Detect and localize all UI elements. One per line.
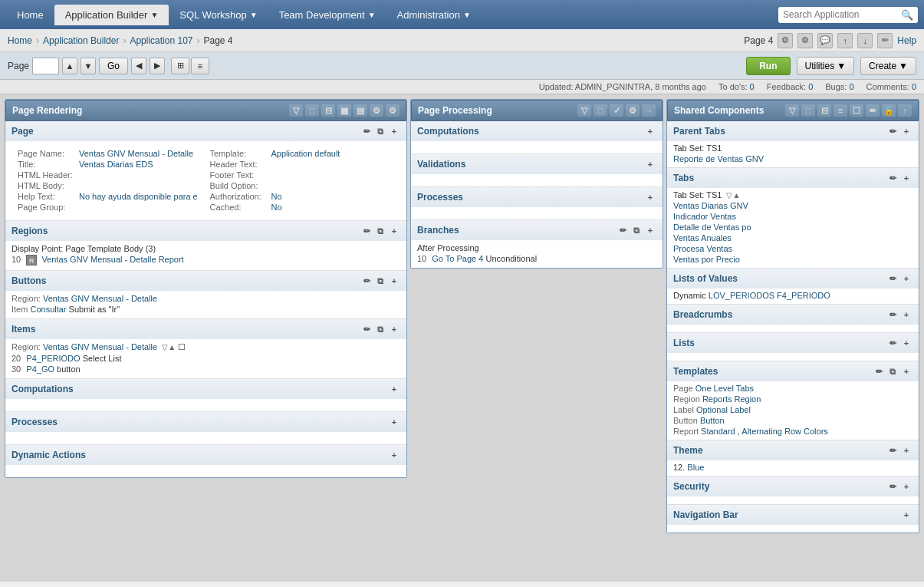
toolbar-icon-3[interactable]: 💬 [817,33,833,48]
breadcrumb-app107[interactable]: Application 107 [130,35,192,46]
search-input[interactable] [783,9,898,20]
t-button-link[interactable]: Button [700,416,725,425]
page-add-icon[interactable]: + [388,125,400,137]
templates-copy-icon[interactable]: ⧉ [886,365,899,378]
go-button[interactable]: Go [99,58,128,74]
security-edit-icon[interactable]: ✏ [886,480,899,493]
toolbar-icon-5[interactable]: ↓ [857,33,873,48]
nav-sqlworkshop[interactable]: SQL Workshop ▼ [169,5,268,25]
branches-edit-icon[interactable]: ✏ [617,224,629,236]
buttons-copy-icon[interactable]: ⧉ [374,275,386,287]
title-link[interactable]: Ventas Diarias EDS [79,160,153,169]
lists-add-icon[interactable]: + [900,337,912,349]
rendering-icon-3[interactable]: ⊟ [321,104,335,117]
next-page-arrow[interactable]: ▶ [150,58,165,74]
toolbar-icon-6[interactable]: ✏ [877,33,893,48]
branches-add-icon[interactable]: + [644,224,656,236]
page-copy-icon[interactable]: ⧉ [374,125,386,137]
items-copy-icon[interactable]: ⧉ [374,323,386,335]
processes-mid-add-icon[interactable]: + [644,191,656,203]
help-link[interactable]: Help [897,35,916,46]
buttons-edit-icon[interactable]: ✏ [360,275,373,287]
parent-tabs-add-icon[interactable]: + [900,125,912,137]
computations-mid-add-icon[interactable]: + [644,125,656,137]
sc-icon-1[interactable]: ▽ [785,104,799,117]
processing-icon-2[interactable]: □ [594,104,607,117]
items-add-icon[interactable]: + [388,323,400,335]
rendering-icon-7[interactable]: ⚙ [386,104,400,117]
consultar-link[interactable]: Consultar [30,305,66,314]
tab-link2[interactable]: Indicador Ventas [673,212,736,221]
t-label-link[interactable]: Optional Label [696,405,751,414]
lov-add-icon[interactable]: + [900,272,912,285]
breadcrumb-home[interactable]: Home [8,35,32,46]
item1-link[interactable]: P4_PERIODO [26,354,80,363]
t-region-link[interactable]: Reports Region [702,394,761,404]
prev-page-arrow[interactable]: ◀ [131,58,146,74]
page-edit-icon[interactable]: ✏ [360,125,373,137]
region-link2[interactable]: Report [159,255,184,264]
processing-icon-1[interactable]: ▽ [577,104,591,117]
tab-link6[interactable]: Ventas por Precio [673,255,740,264]
sc-icon-6[interactable]: ✏ [866,104,880,117]
create-button[interactable]: Create ▼ [860,57,916,75]
tab-link1[interactable]: Ventas Diarias GNV [673,201,748,210]
run-button[interactable]: Run [746,57,790,75]
regions-edit-icon[interactable]: ✏ [360,225,373,237]
tab-link5[interactable]: Procesa Ventas [673,244,732,253]
processes-add-icon[interactable]: + [388,416,400,428]
bugs-link[interactable]: 0 [849,82,853,91]
region-link1[interactable]: Ventas GNV Mensual - Detalle [41,255,156,264]
rendering-icon-2[interactable]: □ [305,104,319,117]
nav-admin[interactable]: Administration ▼ [386,5,482,25]
rendering-icon-1[interactable]: ▽ [289,104,303,117]
page-name-link[interactable]: Ventas GNV Mensual - Detalle [79,149,193,158]
nav-teamdev[interactable]: Team Development ▼ [268,5,386,25]
page-number-input[interactable]: 4 [32,58,59,74]
breadcrumbs-edit-icon[interactable]: ✏ [886,308,899,321]
t-report-link2[interactable]: Alternating Row Colors [742,427,828,436]
processing-icon-5[interactable]: → [642,104,656,117]
page-down-arrow[interactable]: ▼ [81,58,96,74]
lov-edit-icon[interactable]: ✏ [886,272,899,285]
breadcrumb-appbuilder[interactable]: Application Builder [43,35,119,46]
computations-add-icon[interactable]: + [388,383,400,395]
toolbar-icon-1[interactable]: ⚙ [778,33,793,48]
todos-link[interactable]: 0 [750,82,755,91]
sc-icon-3[interactable]: ⊟ [817,104,831,117]
nav-home[interactable]: Home [6,5,54,25]
parent-tabs-edit-icon[interactable]: ✏ [886,125,899,137]
lov-link[interactable]: LOV_PERIODOS F4_PERIODO [709,291,830,300]
sc-icon-5[interactable]: ☐ [850,104,863,117]
items-edit-icon[interactable]: ✏ [360,323,373,335]
template-link[interactable]: Application default [271,149,340,158]
breadcrumbs-add-icon[interactable]: + [900,308,912,321]
cached-link[interactable]: No [271,203,282,212]
item2-link[interactable]: P4_GO [26,364,54,374]
theme-edit-icon[interactable]: ✏ [886,444,899,457]
t-report-link1[interactable]: Standard [701,427,735,436]
parent-tabs-link[interactable]: Reporte de Ventas GNV [673,154,764,163]
processing-icon-4[interactable]: ⚙ [626,104,640,117]
buttons-region-link[interactable]: Ventas GNV Mensual - Detalle [43,294,157,303]
comments-link[interactable]: 0 [912,82,916,91]
theme-add-icon[interactable]: + [900,444,912,457]
theme-link[interactable]: Blue [687,463,704,472]
t-page-link[interactable]: One Level Tabs [695,384,754,393]
sc-icon-7[interactable]: 🔒 [882,104,896,117]
nav-appbuilder[interactable]: Application Builder ▼ [54,5,169,25]
authorization-link[interactable]: No [271,192,282,201]
utilities-button[interactable]: Utilities ▼ [797,57,855,75]
tab-link3[interactable]: Detalle de Ventas po [673,223,751,232]
toolbar-icon-2[interactable]: ⚙ [797,33,813,48]
security-add-icon[interactable]: + [900,480,912,493]
sc-icon-8[interactable]: ↑ [898,104,912,117]
items-region-link[interactable]: Ventas GNV Mensual - Detalle [43,342,157,351]
validations-add-icon[interactable]: + [644,158,656,170]
regions-add-icon[interactable]: + [388,225,400,237]
toolbar-icon-4[interactable]: ↑ [837,33,853,48]
templates-add-icon[interactable]: + [900,365,912,378]
view-icon-list[interactable]: ≡ [191,58,209,74]
sc-icon-4[interactable]: ≡ [834,104,847,117]
tabs-edit-icon[interactable]: ✏ [886,172,899,184]
